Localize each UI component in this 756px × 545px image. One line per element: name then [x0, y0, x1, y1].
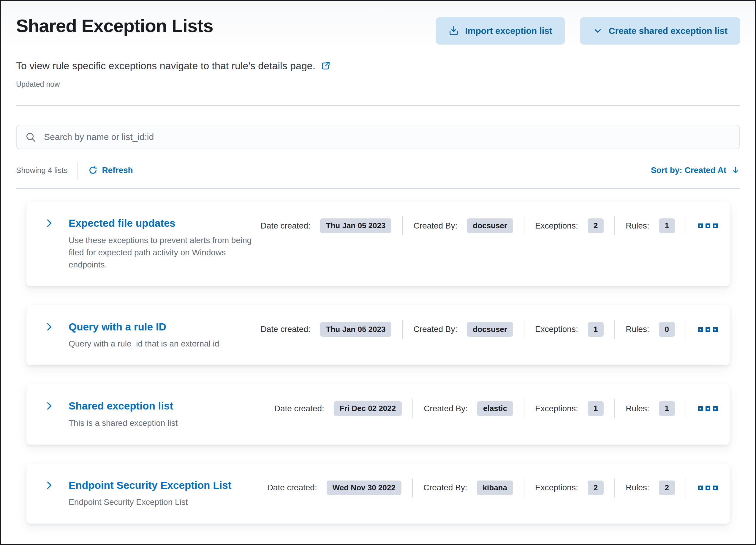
- rules-count-badge: 1: [659, 401, 675, 416]
- meta-divider: [402, 216, 403, 235]
- boxes-horizontal-icon: [698, 223, 703, 228]
- chevron-down-icon: [593, 26, 603, 36]
- header-actions: Import exception list Create shared exce…: [436, 15, 740, 45]
- chevron-right-icon: [44, 218, 54, 228]
- external-link-icon[interactable]: [320, 61, 331, 71]
- page-title: Shared Exception Lists: [16, 15, 213, 37]
- actions-menu-button[interactable]: [697, 220, 719, 231]
- exceptions-count-badge: 1: [588, 401, 604, 416]
- create-shared-exception-list-button[interactable]: Create shared exception list: [580, 17, 740, 45]
- created-by-badge: docsuser: [467, 218, 513, 233]
- create-button-label: Create shared exception list: [609, 26, 727, 36]
- boxes-horizontal-icon: [698, 327, 703, 332]
- exceptions-count-badge: 2: [588, 218, 604, 233]
- list-description: This is a shared exception list: [69, 417, 260, 429]
- meta-divider: [686, 478, 686, 497]
- meta-divider: [686, 320, 686, 339]
- exceptions-label: Exceptions:: [535, 221, 578, 230]
- rules-count-badge: 2: [659, 481, 675, 495]
- sort-by-button[interactable]: Sort by: Created At: [651, 165, 740, 175]
- header-divider: [16, 105, 740, 106]
- expand-list-button[interactable]: [44, 399, 54, 412]
- date-created-label: Date created:: [260, 221, 310, 230]
- list-divider: [16, 188, 740, 189]
- meta-divider: [524, 399, 524, 418]
- created-by-badge: elastic: [477, 401, 513, 416]
- meta-divider: [614, 320, 615, 339]
- exceptions-count-badge: 2: [588, 481, 604, 495]
- meta-divider: [686, 399, 686, 418]
- date-created-badge: Thu Jan 05 2023: [320, 218, 392, 233]
- rules-label: Rules:: [626, 483, 649, 492]
- list-description: Endpoint Security Exception List: [69, 496, 260, 508]
- utility-bar: Showing 4 lists Refresh Sort by: Created…: [16, 162, 740, 179]
- rules-count-badge: 1: [659, 218, 675, 233]
- list-meta: Date created: Wed Nov 30 2022 Created By…: [267, 478, 719, 497]
- search-input[interactable]: [16, 125, 740, 149]
- chevron-right-icon: [44, 480, 54, 490]
- chevron-right-icon: [44, 322, 54, 332]
- created-by-label: Created By:: [413, 221, 457, 230]
- boxes-horizontal-icon: [698, 406, 703, 411]
- expand-list-button[interactable]: [44, 216, 54, 229]
- meta-divider: [686, 216, 686, 235]
- refresh-icon: [88, 165, 98, 175]
- actions-menu-button[interactable]: [697, 324, 719, 335]
- search-bar: [16, 125, 740, 149]
- meta-divider: [614, 478, 615, 497]
- exceptions-label: Exceptions:: [535, 483, 578, 492]
- actions-menu-button[interactable]: [697, 483, 719, 493]
- list-meta: Date created: Thu Jan 05 2023 Created By…: [260, 216, 719, 235]
- list-title-link[interactable]: Shared exception list: [69, 399, 173, 413]
- date-created-label: Date created:: [274, 404, 324, 413]
- chevron-right-icon: [44, 401, 54, 411]
- list-meta: Date created: Fri Dec 02 2022 Created By…: [274, 399, 719, 418]
- meta-divider: [524, 478, 524, 497]
- meta-divider: [524, 216, 524, 235]
- exceptions-count-badge: 1: [588, 322, 604, 337]
- date-created-label: Date created:: [260, 325, 310, 334]
- arrow-down-icon: [731, 166, 740, 175]
- actions-menu-button[interactable]: [697, 403, 719, 414]
- exception-list-card: Expected file updates Use these exceptio…: [26, 201, 730, 286]
- search-icon: [26, 132, 36, 143]
- showing-count: Showing 4 lists: [16, 166, 67, 175]
- sort-by-label: Sort by: Created At: [651, 165, 726, 175]
- created-by-badge: kibana: [477, 481, 513, 495]
- meta-divider: [614, 216, 615, 235]
- import-action-icon: [448, 26, 459, 36]
- import-exception-list-button[interactable]: Import exception list: [436, 17, 564, 45]
- date-created-badge: Thu Jan 05 2023: [320, 322, 392, 337]
- rules-label: Rules:: [626, 404, 649, 413]
- date-created-label: Date created:: [267, 483, 317, 492]
- list-title-link[interactable]: Endpoint Security Exception List: [69, 478, 231, 492]
- exception-list-card: Endpoint Security Exception List Endpoin…: [26, 464, 730, 524]
- rules-count-badge: 0: [659, 322, 675, 337]
- refresh-label: Refresh: [102, 165, 133, 175]
- list-title-link[interactable]: Query with a rule ID: [69, 320, 166, 334]
- list-description: Use these exceptions to prevent alerts f…: [69, 234, 260, 271]
- exception-lists: Expected file updates Use these exceptio…: [16, 201, 740, 524]
- exceptions-label: Exceptions:: [535, 404, 578, 413]
- expand-list-button[interactable]: [44, 478, 54, 491]
- import-button-label: Import exception list: [465, 26, 552, 36]
- meta-divider: [402, 320, 403, 339]
- boxes-horizontal-icon: [698, 486, 703, 490]
- created-by-badge: docsuser: [467, 322, 513, 337]
- date-created-badge: Wed Nov 30 2022: [327, 481, 401, 495]
- rules-label: Rules:: [626, 221, 649, 230]
- meta-divider: [614, 399, 615, 418]
- expand-list-button[interactable]: [44, 320, 54, 333]
- page-subtitle: To view rule specific exceptions navigat…: [16, 60, 315, 72]
- exceptions-label: Exceptions:: [535, 325, 578, 334]
- refresh-button[interactable]: Refresh: [88, 165, 133, 175]
- meta-divider: [412, 399, 413, 418]
- page-header: Shared Exception Lists Import exception …: [16, 15, 740, 45]
- exception-list-card: Shared exception list This is a shared e…: [26, 384, 730, 445]
- date-created-badge: Fri Dec 02 2022: [334, 401, 402, 416]
- exception-list-card: Query with a rule ID Query with a rule_i…: [26, 305, 730, 366]
- shared-exception-lists-page: Shared Exception Lists Import exception …: [1, 1, 755, 544]
- list-title-link[interactable]: Expected file updates: [69, 216, 175, 230]
- meta-divider: [524, 320, 524, 339]
- list-description: Query with a rule_id that is an external…: [69, 338, 260, 350]
